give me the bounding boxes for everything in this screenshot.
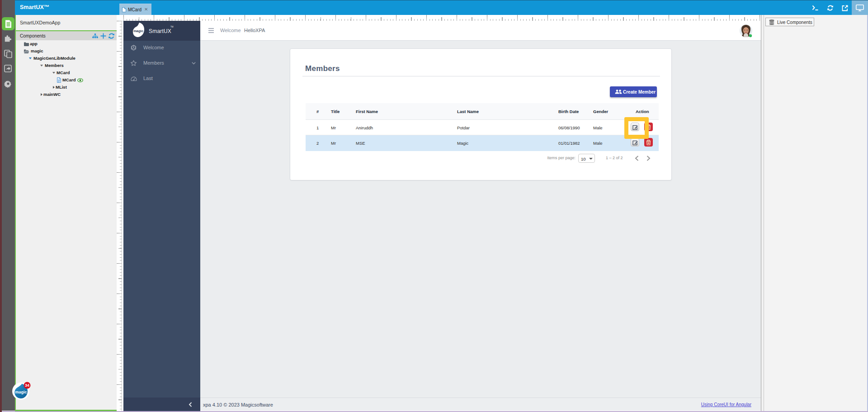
svg-text:magic: magic bbox=[133, 29, 143, 33]
svg-text:34: 34 bbox=[25, 383, 29, 388]
svg-text:magic: magic bbox=[15, 390, 27, 394]
